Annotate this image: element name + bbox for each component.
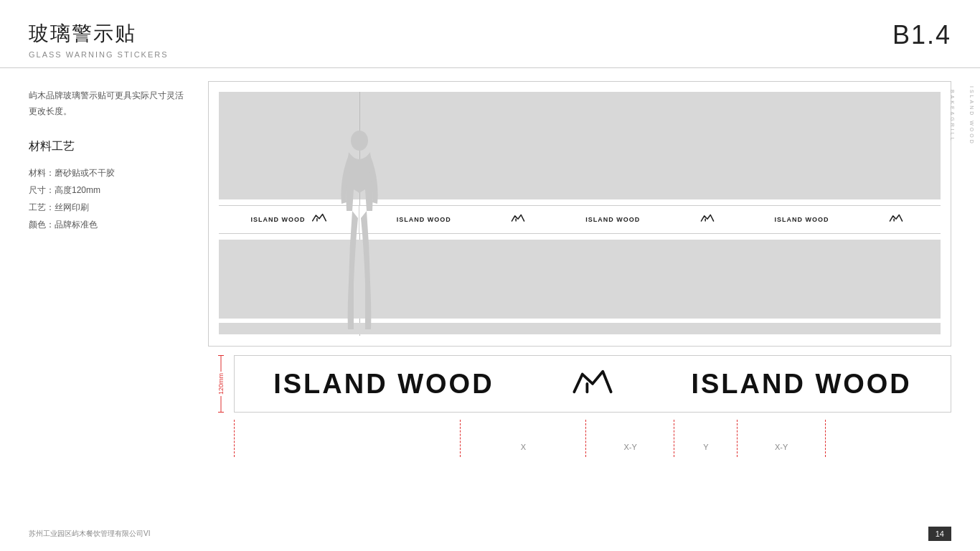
dim-section-5: X-Y — [738, 420, 826, 457]
large-brand-name-2: ISLAND WOOD — [691, 369, 911, 400]
sticker-brand-4: ISLAND WOOD — [774, 216, 829, 223]
dim-y-label: Y — [703, 443, 708, 451]
header-title-group: 玻璃警示贴 GLASS WARNING STICKERS — [29, 20, 169, 59]
description-text: 屿木品牌玻璃警示贴可更具实际尺寸灵活更改长度。 — [29, 88, 187, 119]
measurement-row: 120mm ISLAND WOOD ISLAND WOOD — [208, 355, 951, 413]
large-brand-name-1: ISLAND WOOD — [273, 369, 494, 400]
sticker-right-blocks: ISLAND WOOD ISLAND WOOD — [359, 213, 941, 226]
dim-section-6 — [826, 420, 951, 457]
main-content: 屿木品牌玻璃警示贴可更具实际尺寸灵活更改长度。 材料工艺 材料：磨砂贴或不干胶 … — [0, 68, 980, 551]
sticker-brand-2: ISLAND WOOD — [397, 216, 451, 223]
dim-section-1 — [234, 420, 461, 457]
size-label: 120mm — [217, 372, 225, 396]
page-footer: 苏州工业园区屿木餐饮管理有限公司VI 14 — [29, 527, 951, 541]
material-item-3: 工艺：丝网印刷 — [29, 199, 187, 216]
sticker-content: ISLAND WOOD ISLAND WOOD — [219, 206, 941, 233]
sticker-strip: ISLAND WOOD ISLAND WOOD — [219, 205, 941, 234]
right-panel: ISLAND WOOD ISLAND WOOD — [208, 81, 951, 551]
large-sticker-display: ISLAND WOOD ISLAND WOOD — [234, 355, 951, 413]
material-list: 材料：磨砂贴或不干胶 尺寸：高度120mm 工艺：丝网印刷 颜色：品牌标准色 — [29, 164, 187, 233]
vertical-text-2: BAKE&GRILL — [950, 90, 955, 143]
materials-title: 材料工艺 — [29, 139, 187, 154]
page-title-en: GLASS WARNING STICKERS — [29, 50, 169, 59]
sticker-logo-4 — [889, 213, 903, 226]
left-panel: 屿木品牌玻璃警示贴可更具实际尺寸灵活更改长度。 材料工艺 材料：磨砂贴或不干胶 … — [29, 81, 187, 551]
footer-company: 苏州工业园区屿木餐饮管理有限公司VI — [29, 529, 150, 539]
glass-bottom-section — [219, 240, 941, 319]
sticker-logo-2 — [511, 213, 525, 226]
glass-top-section — [219, 92, 941, 199]
glass-wall-illustration: ISLAND WOOD ISLAND WOOD — [208, 81, 951, 347]
dim-xy-label-2: X-Y — [775, 443, 788, 451]
page-code: B1.4 — [892, 20, 951, 50]
dim-section-2: X — [461, 420, 586, 457]
dim-line-left-1 — [234, 420, 235, 457]
human-silhouette — [338, 125, 381, 333]
page-number: 14 — [928, 527, 951, 541]
large-logo-mark — [572, 369, 613, 399]
material-item-1: 材料：磨砂贴或不干胶 — [29, 164, 187, 182]
sticker-logo-3 — [700, 213, 715, 226]
material-item-2: 尺寸：高度120mm — [29, 182, 187, 199]
dim-x-label: X — [521, 443, 526, 451]
page-title-cn: 玻璃警示贴 — [29, 20, 169, 47]
bracket-bottom — [218, 412, 224, 413]
page-header: 玻璃警示贴 GLASS WARNING STICKERS B1.4 — [0, 0, 980, 68]
sticker-brand-3: ISLAND WOOD — [585, 216, 640, 223]
svg-point-0 — [351, 131, 368, 151]
vertical-text-1: ISLAND WOOD — [969, 86, 974, 146]
sticker-logo-1 — [311, 213, 327, 226]
dim-section-3: X-Y — [586, 420, 674, 457]
glass-thin-strip — [219, 323, 941, 334]
size-indicator: 120mm — [208, 355, 234, 413]
dimension-guide: X X-Y Y X-Y — [208, 420, 951, 457]
material-item-4: 颜色：品牌标准色 — [29, 216, 187, 233]
dim-section-4: Y — [674, 420, 738, 457]
dim-xy-label-1: X-Y — [623, 443, 636, 451]
sticker-brand-1: ISLAND WOOD — [251, 216, 306, 223]
vertical-side-text: ISLAND WOOD BAKE&GRILL — [950, 86, 974, 146]
